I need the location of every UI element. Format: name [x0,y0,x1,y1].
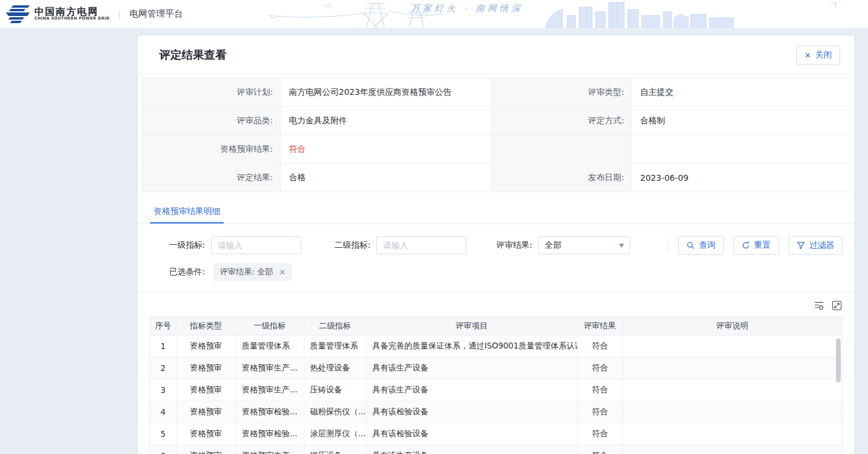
cell-type: 资格预审 [176,423,236,445]
reset-button-label: 重置 [754,240,771,251]
table-scrollbar-thumb[interactable] [836,338,841,382]
assessment-result-dialog: 评定结果查看 ✕ 关闭 评审计划: 南方电网公司2023年度供应商资格预审公告 … [138,36,854,454]
refresh-icon [742,241,750,250]
info-value-review-category: 电力金具及附件 [281,107,491,135]
table-row: 4 资格预审 资格预审检验... 磁粉探伤仪（... 具有该检验设备 符合 [150,401,842,423]
cell-type: 资格预审 [176,401,236,423]
cell-no: 5 [150,423,176,445]
info-value-prequal-result: 符合 [281,135,491,164]
cell-no: 4 [150,401,176,423]
table-row: 3 资格预审 资格预审生产... 压铸设备 具有该生产设备 符合 [150,379,842,401]
info-label-review-type: 评审类型: [491,78,632,107]
banner-slogan: 万家灯火 · 南网情深 [411,3,523,14]
brand-divider: | [118,8,121,20]
level1-indicator-input[interactable] [211,236,301,254]
info-value-assess-result: 合格 [281,164,491,192]
level2-indicator-input[interactable] [376,236,466,254]
results-table-container: 序号 指标类型 一级指标 二级指标 评审项目 评审结果 评审说明 1 资格预审 … [150,316,842,454]
cell-note [622,335,842,357]
info-value-review-plan: 南方电网公司2023年度供应商资格预审公告 [281,78,491,107]
info-label-empty [491,135,632,164]
search-button[interactable]: 查询 [678,236,724,255]
table-row: 1 资格预审 质量管理体系 质量管理体系 具备完善的质量保证体系，通过ISO90… [150,335,842,357]
cell-note [622,357,842,379]
cell-no: 1 [150,335,176,357]
cell-level2: 锻压设备 [304,445,366,454]
level1-indicator-label: 一级指标: [169,240,205,251]
col-header-result: 评审结果 [577,317,622,335]
banner-art: 万家灯火 · 南网情深 [214,0,854,28]
search-button-label: 查询 [699,240,716,251]
cell-no: 3 [150,379,176,401]
assessment-info-grid: 评审计划: 南方电网公司2023年度供应商资格预审公告 评审类型: 自主提交 评… [142,78,850,192]
filter-level2-group: 二级指标: [335,236,467,254]
fullscreen-icon[interactable] [831,300,842,311]
info-value-assess-method: 合格制 [632,107,850,135]
close-button[interactable]: ✕ 关闭 [796,46,840,65]
dialog-header: 评定结果查看 ✕ 关闭 [138,36,854,74]
cell-result: 符合 [577,379,622,401]
cell-result: 符合 [577,401,622,423]
info-label-publish-date: 发布日期: [491,164,632,192]
table-header-row: 序号 指标类型 一级指标 二级指标 评审项目 评审结果 评审说明 [150,317,842,335]
cell-result: 符合 [577,445,622,454]
cell-no: 2 [150,357,176,379]
cell-type: 资格预审 [176,445,236,454]
cell-type: 资格预审 [176,379,236,401]
selected-condition-chip[interactable]: 评审结果: 全部 ✕ [214,263,292,281]
col-header-level2: 二级指标 [304,317,366,335]
cell-level2: 热处理设备 [304,357,366,379]
top-bar: 万家灯火 · 南网情深 中国南方电网 CHINA SOUTHERN POWER … [0,0,868,28]
selected-conditions-row: 已选条件: 评审结果: 全部 ✕ [150,263,842,281]
cell-type: 资格预审 [176,357,236,379]
cell-level1: 资格预审检验... [236,401,304,423]
cell-level1: 质量管理体系 [236,335,304,357]
results-table: 序号 指标类型 一级指标 二级指标 评审项目 评审结果 评审说明 1 资格预审 … [150,317,842,454]
button-divider [668,239,669,252]
cell-note [622,379,842,401]
chip-text: 评审结果: 全部 [220,267,274,277]
review-result-select[interactable]: 全部 ▼ [538,236,630,254]
cell-level2: 质量管理体系 [304,335,366,357]
cell-note [622,423,842,445]
info-value-review-type: 自主提交 [632,78,850,107]
filter-buttons: 查询 重置 过滤器 [678,236,842,255]
cell-result: 符合 [577,423,622,445]
cell-type: 资格预审 [176,335,236,357]
info-label-review-plan: 评审计划: [143,78,281,107]
info-value-publish-date: 2023-06-09 [632,164,850,192]
cell-level2: 磁粉探伤仪（... [304,401,366,423]
tab-prequal-result-detail[interactable]: 资格预审结果明细 [150,200,224,223]
info-value-empty [632,135,850,164]
close-icon: ✕ [805,51,811,60]
table-row: 5 资格预审 资格预审检验... 涂层测厚仪（... 具有该检验设备 符合 [150,423,842,445]
review-result-selected-value: 全部 [545,240,561,251]
cell-item: 具有该生产设备 [366,379,577,401]
close-button-label: 关闭 [815,50,832,60]
cell-result: 符合 [577,357,622,379]
cell-note [622,445,842,454]
filter-button[interactable]: 过滤器 [788,236,842,255]
col-header-no: 序号 [150,317,176,335]
col-header-type: 指标类型 [176,317,236,335]
cell-level1: 资格预审检验... [236,423,304,445]
brand-name-en: CHINA SOUTHERN POWER GRID [34,17,110,21]
cell-level2: 压铸设备 [304,379,366,401]
selected-conditions-label: 已选条件: [169,267,205,277]
cell-level1: 资格预审生产... [236,357,304,379]
table-row: 6 资格预审 资格预审生产... 锻压设备 具有该生产设备 符合 [150,445,842,454]
chip-remove-icon[interactable]: ✕ [279,268,286,277]
info-label-assess-result: 评定结果: [143,164,281,192]
info-label-prequal-result: 资格预审结果: [143,135,281,164]
col-header-item: 评审项目 [366,317,577,335]
filter-level1-group: 一级指标: [169,236,301,254]
table-row: 2 资格预审 资格预审生产... 热处理设备 具有该生产设备 符合 [150,357,842,379]
col-header-level1: 一级指标 [236,317,304,335]
reset-button[interactable]: 重置 [733,236,779,255]
cell-level1: 资格预审生产... [236,445,304,454]
table-toolbar [150,300,842,311]
cell-item: 具备完善的质量保证体系，通过ISO9001质量管理体系认证... [366,335,577,357]
filter-bar: 一级指标: 二级指标: 评审结果: 全部 ▼ 查询 [150,236,842,255]
column-settings-icon[interactable] [813,300,825,311]
search-icon [686,241,695,250]
